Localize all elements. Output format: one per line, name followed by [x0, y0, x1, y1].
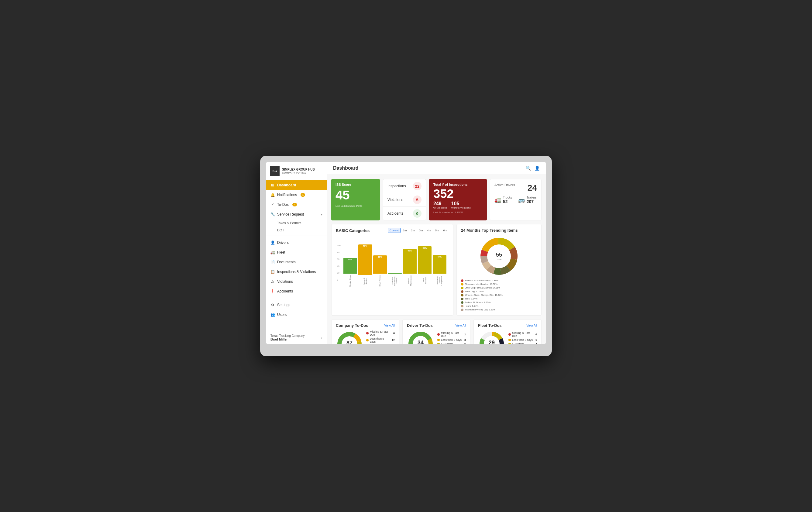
accidents-value: 0 — [413, 209, 422, 218]
fleet-todos-body: 29 Total Missing & Past Due0Less than 5 … — [478, 330, 537, 344]
legend-dot — [437, 339, 440, 341]
sidebar-nav: ⊞ Dashboard 🔔 Notifications 1 ✓ To-Dos 4… — [266, 180, 327, 319]
sidebar-item-inspections[interactable]: 📋 Inspections & Violations — [266, 267, 327, 277]
basic-categories-title: BASIC Categories — [336, 228, 370, 233]
legend-value: 1 — [464, 333, 466, 336]
tab-current[interactable]: Current — [388, 228, 401, 233]
total-inspections-sub: 249 w/ Violations 105 Without Violations — [433, 201, 483, 209]
driver-todos-title: Driver To-Dos — [407, 323, 433, 328]
company-todos-header: Company To-Dos View All — [336, 323, 395, 328]
trending-legend-row: Hours: 6.74% — [461, 304, 537, 308]
violations-row: Violations 5 — [383, 193, 426, 207]
sidebar-item-dot[interactable]: DOT — [266, 227, 327, 234]
company-todos-title: Company To-Dos — [336, 323, 368, 328]
legend-row: Missing & Past Due1 — [437, 332, 466, 338]
trending-legend-row: Brakes Out of Adjustment: 5.89% — [461, 279, 537, 282]
sidebar-item-accidents[interactable]: ❗ Accidents — [266, 286, 327, 296]
legend-row: 5-10 days4 — [509, 342, 537, 344]
sidebar-item-taxes-permits[interactable]: Taxes & Permits — [266, 219, 327, 227]
company-todos-donut: 87 Total — [336, 331, 363, 344]
trending-legend-row: False Log: 11.58% — [461, 290, 537, 293]
sidebar-item-fleet[interactable]: 🚛 Fleet — [266, 248, 327, 257]
fleet-todos-legend: Missing & Past Due0Less than 5 days15-10… — [509, 332, 537, 344]
legend-value: 3 — [464, 338, 466, 341]
legend-label: Less than 5 days — [441, 338, 463, 341]
tab-5m[interactable]: 5m — [433, 228, 441, 233]
legend-value: 4 — [535, 342, 537, 344]
trending-donut-center: 55 Total — [496, 252, 502, 261]
trending-dot — [461, 290, 463, 293]
tab-2m[interactable]: 2m — [409, 228, 417, 233]
stat-row: ISS Score 45 Last updated date 3/9/21 In… — [331, 179, 542, 221]
sidebar-item-users[interactable]: 👥 Users — [266, 310, 327, 319]
sidebar-item-documents[interactable]: 📄 Documents — [266, 257, 327, 267]
laptop-frame: SG SIMPLEX GROUP HUB COMPANY PORTAL ⊞ Da… — [260, 156, 552, 356]
tab-3m[interactable]: 3m — [417, 228, 425, 233]
fleet-todos-view-all[interactable]: View All — [526, 324, 537, 327]
trending-label: Hours: 6.74% — [465, 304, 537, 308]
legend-row: Missing & Past Due6 — [366, 330, 395, 336]
accidents-label: Accidents — [387, 211, 403, 216]
sidebar-logo: SG SIMPLEX GROUP HUB COMPANY PORTAL — [266, 162, 327, 180]
trending-dot — [461, 287, 463, 289]
notifications-badge: 1 — [300, 193, 305, 197]
tab-1m[interactable]: 1m — [401, 228, 409, 233]
nav-divider-1 — [266, 236, 327, 236]
fleet-todos-title: Fleet To-Dos — [478, 323, 502, 328]
driver-todos-center: 34 Total — [417, 340, 424, 344]
trucks-item: 🚛 Trucks 52 — [494, 196, 512, 204]
trending-label: Tires: 8.84% — [465, 297, 537, 301]
sidebar-item-service-request[interactable]: 🔧 Service Request ▾ — [266, 209, 327, 219]
legend-value: 1 — [535, 338, 537, 341]
sidebar-item-settings[interactable]: ⚙ Settings — [266, 300, 327, 310]
legend-row: Less than 5 days1 — [509, 338, 537, 341]
trending-label: Brakes, All Others: 6.95% — [465, 301, 537, 304]
driver-todos-header: Driver To-Dos View All — [407, 323, 466, 328]
trailers-count: 207 — [527, 199, 537, 204]
basic-categories-card: BASIC Categories Current 1m 2m 3m 4m 5m … — [331, 224, 454, 316]
sidebar-item-violations[interactable]: ⚠ Violations — [266, 277, 327, 286]
trailer-icon: 🚌 — [518, 197, 525, 203]
trending-legend-row: Tires: 8.84% — [461, 297, 537, 301]
user-arrow-icon[interactable]: › — [321, 336, 322, 340]
iss-updated: Last updated date 3/9/21 — [336, 205, 376, 207]
iss-score-card: ISS Score 45 Last updated date 3/9/21 — [331, 179, 380, 221]
person-icon: 👤 — [270, 240, 275, 245]
accidents-row: Accidents 0 — [383, 207, 426, 220]
trending-body: 55 Total Brakes Out of Adjustment: 5.89%… — [461, 235, 537, 312]
user-profile-icon[interactable]: 👤 — [534, 166, 540, 171]
trending-dot — [461, 297, 463, 300]
sidebar-item-drivers[interactable]: 👤 Drivers — [266, 238, 327, 248]
sidebar-item-notifications[interactable]: 🔔 Notifications 1 — [266, 190, 327, 200]
clipboard-icon: 📋 — [270, 270, 275, 274]
sidebar-item-dashboard[interactable]: ⊞ Dashboard — [266, 180, 327, 190]
mid-row: BASIC Categories Current 1m 2m 3m 4m 5m … — [331, 224, 542, 316]
topbar: Dashboard 🔍 👤 — [327, 162, 546, 175]
legend-row: Less than 5 days3 — [437, 338, 466, 341]
bell-icon: 🔔 — [270, 193, 275, 197]
search-icon[interactable]: 🔍 — [526, 166, 531, 171]
gear-icon: ⚙ — [270, 303, 275, 307]
company-todos-view-all[interactable]: View All — [384, 324, 395, 327]
trending-dot — [461, 305, 463, 307]
trending-legend-row: Incomplete/Wrong Log: 6.53% — [461, 308, 537, 312]
trailers-item: 🚌 Trailers 207 — [518, 196, 537, 204]
legend-dot — [366, 339, 369, 341]
driver-todos-view-all[interactable]: View All — [455, 324, 466, 327]
tab-6m[interactable]: 6m — [441, 228, 449, 233]
trending-legend-row: Wheels, Studs, Clamps, Etc.: 11.16% — [461, 293, 537, 297]
company-todos-body: 87 Total Missing & Past Due6Less than 5 … — [336, 330, 395, 344]
trending-total: 55 — [496, 252, 502, 258]
trending-title: 24 Months Top Trending Items — [461, 228, 518, 233]
truck-big-icon: 🚛 — [494, 197, 501, 203]
tab-4m[interactable]: 4m — [425, 228, 433, 233]
legend-dot — [437, 343, 440, 344]
legend-row: Less than 5 days12 — [366, 337, 395, 343]
bars-container: 40%Unsafe Driving90%Hours-of-Service46%D… — [342, 245, 447, 287]
sidebar-item-todos[interactable]: ✓ To-Dos 4 — [266, 200, 327, 209]
main-content: Dashboard 🔍 👤 ISS Score 45 Last updated … — [327, 162, 546, 344]
trending-header: 24 Months Top Trending Items — [461, 228, 537, 233]
inspections-row: Inspections 22 — [383, 179, 426, 193]
legend-dot — [366, 332, 369, 335]
inspections-violations-card: Inspections 22 Violations 5 Accidents 0 — [383, 179, 426, 221]
